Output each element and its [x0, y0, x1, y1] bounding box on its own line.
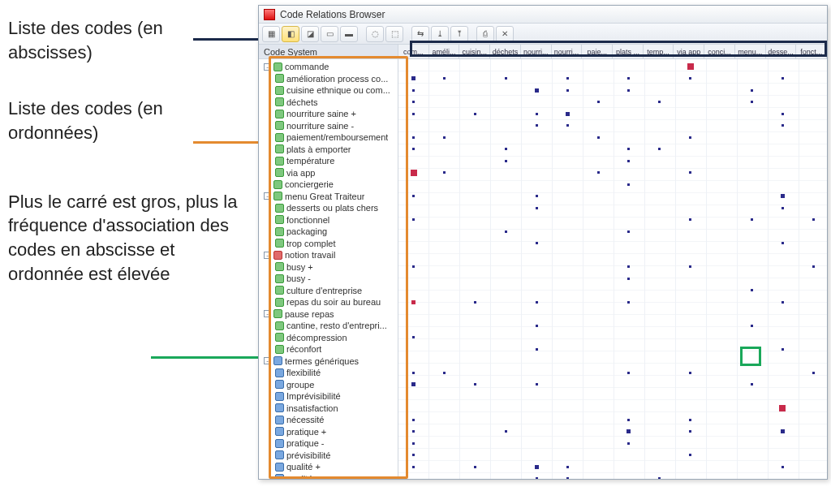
relation-cell[interactable]	[566, 124, 569, 127]
tool-4[interactable]: ▭	[321, 26, 338, 42]
tool-2[interactable]: ◧	[282, 26, 299, 42]
relation-cell[interactable]	[627, 278, 630, 280]
relation-cell[interactable]	[627, 372, 630, 374]
relation-cell[interactable]	[536, 301, 538, 304]
relation-cell[interactable]	[411, 76, 416, 80]
relation-cell[interactable]	[411, 170, 417, 176]
relation-cell[interactable]	[597, 136, 600, 139]
relation-cell[interactable]	[566, 112, 570, 116]
relation-cell[interactable]	[751, 89, 753, 92]
relation-cell[interactable]	[443, 372, 446, 374]
relation-cell[interactable]	[627, 230, 630, 233]
relation-cell[interactable]	[443, 77, 446, 80]
relation-cell[interactable]	[535, 88, 539, 93]
relation-cell[interactable]	[689, 454, 691, 456]
relation-cell[interactable]	[443, 136, 446, 139]
relation-cell[interactable]	[412, 466, 415, 468]
relation-cell[interactable]	[412, 454, 415, 456]
relation-cell[interactable]	[627, 183, 630, 186]
tool-10[interactable]: ⤒	[450, 26, 468, 42]
relation-grid[interactable]	[398, 59, 827, 479]
relation-cell[interactable]	[412, 113, 415, 115]
relation-cell[interactable]	[627, 442, 630, 445]
relation-cell[interactable]	[412, 265, 415, 268]
relation-cell[interactable]	[751, 289, 753, 291]
relation-cell[interactable]	[751, 383, 753, 386]
relation-cell[interactable]	[689, 430, 691, 433]
tool-6[interactable]: ◌	[366, 26, 384, 42]
relation-cell[interactable]	[505, 77, 507, 80]
relation-cell[interactable]	[535, 465, 539, 469]
relation-cell[interactable]	[689, 136, 691, 139]
tool-7[interactable]: ⬚	[385, 26, 403, 42]
tool-5[interactable]: ▬	[340, 26, 358, 42]
relation-cell[interactable]	[689, 77, 691, 80]
tool-9[interactable]: ⤓	[431, 26, 449, 42]
tool-1[interactable]: ▦	[262, 26, 280, 42]
relation-cell[interactable]	[658, 101, 661, 103]
relation-cell[interactable]	[474, 113, 476, 115]
relation-cell[interactable]	[751, 101, 753, 103]
window-titlebar[interactable]: Code Relations Browser	[259, 6, 827, 24]
relation-cell[interactable]	[781, 429, 785, 433]
relation-cell[interactable]	[536, 195, 538, 197]
relation-cell[interactable]	[566, 466, 569, 468]
relation-cell[interactable]	[751, 218, 753, 221]
tool-3[interactable]: ◪	[301, 26, 319, 42]
tool-8[interactable]: ⇆	[411, 26, 429, 42]
relation-cell[interactable]	[627, 148, 630, 150]
relation-cell[interactable]	[689, 419, 691, 421]
relation-cell[interactable]	[412, 218, 415, 221]
relation-cell[interactable]	[689, 218, 691, 221]
relation-cell[interactable]	[781, 348, 784, 351]
relation-cell[interactable]	[781, 242, 784, 244]
relation-cell[interactable]	[412, 148, 415, 150]
relation-cell[interactable]	[781, 301, 784, 304]
relation-cell[interactable]	[412, 372, 415, 374]
relation-cell[interactable]	[505, 430, 507, 433]
relation-cell[interactable]	[781, 124, 784, 127]
relation-cell[interactable]	[689, 265, 691, 268]
relation-cell[interactable]	[536, 325, 538, 327]
relation-cell[interactable]	[536, 348, 538, 351]
relation-cell[interactable]	[412, 430, 415, 433]
relation-cell[interactable]	[412, 136, 415, 139]
relation-cell[interactable]	[566, 77, 569, 80]
relation-cell[interactable]	[536, 242, 538, 244]
relation-cell[interactable]	[689, 372, 691, 374]
relation-cell[interactable]	[751, 325, 753, 327]
relation-cell[interactable]	[627, 419, 630, 421]
relation-cell[interactable]	[627, 77, 630, 80]
relation-cell[interactable]	[781, 207, 784, 209]
relation-cell[interactable]	[536, 383, 538, 386]
relation-cell[interactable]	[412, 195, 415, 197]
relation-cell[interactable]	[626, 429, 631, 433]
relation-cell[interactable]	[658, 148, 661, 150]
relation-cell[interactable]	[412, 442, 415, 445]
tool-11[interactable]: ⎙	[476, 26, 494, 42]
relation-cell[interactable]	[597, 101, 600, 103]
relation-cell[interactable]	[627, 160, 630, 162]
relation-cell[interactable]	[597, 171, 600, 174]
relation-cell[interactable]	[412, 419, 415, 421]
relation-cell[interactable]	[412, 89, 415, 92]
relation-cell[interactable]	[779, 405, 786, 411]
relation-cell[interactable]	[474, 301, 476, 304]
relation-cell[interactable]	[658, 477, 661, 479]
relation-cell[interactable]	[411, 382, 416, 386]
relation-cell[interactable]	[781, 466, 784, 468]
relation-cell[interactable]	[627, 265, 630, 268]
relation-cell[interactable]	[412, 101, 415, 103]
tool-12[interactable]: ✕	[496, 26, 514, 42]
relation-cell[interactable]	[536, 113, 538, 115]
relation-cell[interactable]	[627, 301, 630, 304]
relation-cell[interactable]	[687, 63, 694, 70]
relation-cell[interactable]	[412, 336, 415, 338]
relation-cell[interactable]	[505, 160, 507, 162]
relation-cell[interactable]	[505, 230, 507, 233]
relation-cell[interactable]	[536, 207, 538, 209]
relation-cell[interactable]	[566, 477, 569, 479]
relation-cell[interactable]	[812, 265, 815, 268]
relation-cell[interactable]	[781, 77, 784, 80]
relation-cell[interactable]	[505, 148, 507, 150]
